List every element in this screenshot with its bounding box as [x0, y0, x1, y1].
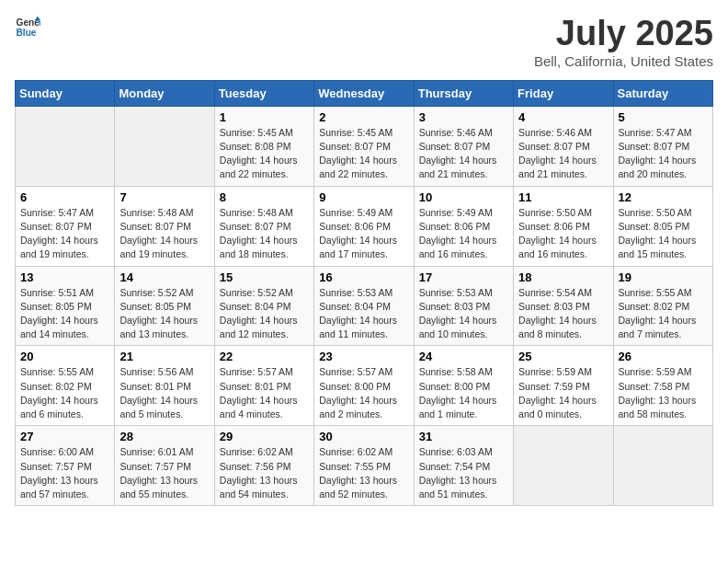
- day-number: 14: [119, 270, 209, 284]
- calendar-cell: 11Sunrise: 5:50 AM Sunset: 8:06 PM Dayli…: [514, 186, 613, 266]
- day-number: 31: [419, 430, 508, 443]
- day-info: Sunrise: 5:46 AM Sunset: 8:07 PM Dayligh…: [419, 126, 508, 182]
- day-number: 7: [119, 190, 209, 204]
- calendar-cell: 4Sunrise: 5:46 AM Sunset: 8:07 PM Daylig…: [514, 106, 613, 186]
- header-cell-saturday: Saturday: [613, 80, 712, 106]
- day-info: Sunrise: 5:50 AM Sunset: 8:05 PM Dayligh…: [619, 206, 708, 262]
- day-info: Sunrise: 5:54 AM Sunset: 8:03 PM Dayligh…: [518, 286, 608, 342]
- day-info: Sunrise: 5:51 AM Sunset: 8:05 PM Dayligh…: [20, 286, 109, 342]
- calendar-cell: 20Sunrise: 5:55 AM Sunset: 8:02 PM Dayli…: [16, 346, 115, 426]
- calendar-cell: 8Sunrise: 5:48 AM Sunset: 8:07 PM Daylig…: [214, 186, 313, 266]
- week-row-2: 6Sunrise: 5:47 AM Sunset: 8:07 PM Daylig…: [16, 186, 713, 266]
- calendar-cell: 17Sunrise: 5:53 AM Sunset: 8:03 PM Dayli…: [414, 266, 513, 346]
- day-info: Sunrise: 5:46 AM Sunset: 8:07 PM Dayligh…: [518, 126, 608, 182]
- day-info: Sunrise: 5:57 AM Sunset: 8:01 PM Dayligh…: [220, 365, 309, 421]
- calendar-cell: 5Sunrise: 5:47 AM Sunset: 8:07 PM Daylig…: [613, 106, 712, 186]
- day-number: 19: [619, 270, 708, 284]
- day-number: 12: [619, 190, 708, 204]
- day-info: Sunrise: 5:50 AM Sunset: 8:06 PM Dayligh…: [518, 206, 608, 262]
- calendar-cell: 29Sunrise: 6:02 AM Sunset: 7:56 PM Dayli…: [214, 426, 313, 506]
- day-info: Sunrise: 5:53 AM Sunset: 8:04 PM Dayligh…: [319, 286, 408, 342]
- day-info: Sunrise: 6:02 AM Sunset: 7:55 PM Dayligh…: [319, 445, 408, 501]
- calendar-cell: 21Sunrise: 5:56 AM Sunset: 8:01 PM Dayli…: [115, 346, 214, 426]
- calendar-cell: 14Sunrise: 5:52 AM Sunset: 8:05 PM Dayli…: [115, 266, 214, 346]
- calendar-cell: 30Sunrise: 6:02 AM Sunset: 7:55 PM Dayli…: [314, 426, 414, 506]
- day-number: 4: [518, 110, 608, 124]
- calendar-cell: 19Sunrise: 5:55 AM Sunset: 8:02 PM Dayli…: [613, 266, 712, 346]
- day-info: Sunrise: 5:48 AM Sunset: 8:07 PM Dayligh…: [119, 206, 209, 262]
- day-info: Sunrise: 5:49 AM Sunset: 8:06 PM Dayligh…: [419, 206, 508, 262]
- header-cell-sunday: Sunday: [16, 80, 115, 106]
- calendar-cell: 16Sunrise: 5:53 AM Sunset: 8:04 PM Dayli…: [314, 266, 414, 346]
- calendar-table: SundayMondayTuesdayWednesdayThursdayFrid…: [15, 80, 713, 506]
- day-number: 30: [319, 430, 408, 443]
- calendar-cell: 10Sunrise: 5:49 AM Sunset: 8:06 PM Dayli…: [414, 186, 513, 266]
- calendar-cell: 25Sunrise: 5:59 AM Sunset: 7:59 PM Dayli…: [514, 346, 613, 426]
- header-cell-tuesday: Tuesday: [214, 80, 313, 106]
- day-number: 11: [518, 190, 608, 204]
- day-info: Sunrise: 5:47 AM Sunset: 8:07 PM Dayligh…: [619, 126, 708, 182]
- day-info: Sunrise: 5:52 AM Sunset: 8:05 PM Dayligh…: [119, 286, 209, 342]
- day-number: 21: [119, 350, 209, 363]
- day-number: 22: [220, 350, 309, 363]
- calendar-cell: 12Sunrise: 5:50 AM Sunset: 8:05 PM Dayli…: [613, 186, 712, 266]
- day-number: 16: [319, 270, 408, 284]
- day-number: 28: [119, 430, 209, 443]
- header-cell-friday: Friday: [514, 80, 613, 106]
- calendar-cell: [115, 106, 214, 186]
- calendar-cell: [16, 106, 115, 186]
- header-cell-thursday: Thursday: [414, 80, 513, 106]
- day-info: Sunrise: 5:59 AM Sunset: 7:59 PM Dayligh…: [518, 365, 608, 421]
- day-info: Sunrise: 5:45 AM Sunset: 8:08 PM Dayligh…: [220, 126, 309, 182]
- calendar-cell: 18Sunrise: 5:54 AM Sunset: 8:03 PM Dayli…: [514, 266, 613, 346]
- calendar-cell: 23Sunrise: 5:57 AM Sunset: 8:00 PM Dayli…: [314, 346, 414, 426]
- day-number: 13: [20, 270, 109, 284]
- day-info: Sunrise: 5:56 AM Sunset: 8:01 PM Dayligh…: [119, 365, 209, 421]
- calendar-cell: 6Sunrise: 5:47 AM Sunset: 8:07 PM Daylig…: [16, 186, 115, 266]
- calendar-cell: 28Sunrise: 6:01 AM Sunset: 7:57 PM Dayli…: [115, 426, 214, 506]
- header-row: SundayMondayTuesdayWednesdayThursdayFrid…: [16, 80, 713, 106]
- day-number: 23: [319, 350, 408, 363]
- day-info: Sunrise: 5:47 AM Sunset: 8:07 PM Dayligh…: [20, 206, 109, 262]
- header-cell-wednesday: Wednesday: [314, 80, 414, 106]
- day-number: 20: [20, 350, 109, 363]
- calendar-cell: 24Sunrise: 5:58 AM Sunset: 8:00 PM Dayli…: [414, 346, 513, 426]
- calendar-cell: 1Sunrise: 5:45 AM Sunset: 8:08 PM Daylig…: [214, 106, 313, 186]
- calendar-cell: 13Sunrise: 5:51 AM Sunset: 8:05 PM Dayli…: [16, 266, 115, 346]
- day-info: Sunrise: 6:00 AM Sunset: 7:57 PM Dayligh…: [20, 445, 109, 501]
- calendar-cell: [514, 426, 613, 506]
- day-number: 6: [20, 190, 109, 204]
- day-number: 9: [319, 190, 408, 204]
- calendar-cell: 26Sunrise: 5:59 AM Sunset: 7:58 PM Dayli…: [613, 346, 712, 426]
- day-number: 29: [220, 430, 309, 443]
- day-number: 27: [20, 430, 109, 443]
- day-info: Sunrise: 5:53 AM Sunset: 8:03 PM Dayligh…: [419, 286, 508, 342]
- calendar-cell: 31Sunrise: 6:03 AM Sunset: 7:54 PM Dayli…: [414, 426, 513, 506]
- week-row-4: 20Sunrise: 5:55 AM Sunset: 8:02 PM Dayli…: [16, 346, 713, 426]
- day-info: Sunrise: 5:59 AM Sunset: 7:58 PM Dayligh…: [619, 365, 708, 421]
- day-info: Sunrise: 5:55 AM Sunset: 8:02 PM Dayligh…: [619, 286, 708, 342]
- calendar-cell: 15Sunrise: 5:52 AM Sunset: 8:04 PM Dayli…: [214, 266, 313, 346]
- week-row-1: 1Sunrise: 5:45 AM Sunset: 8:08 PM Daylig…: [16, 106, 713, 186]
- day-info: Sunrise: 6:01 AM Sunset: 7:57 PM Dayligh…: [119, 445, 209, 501]
- day-number: 18: [518, 270, 608, 284]
- day-number: 5: [619, 110, 708, 124]
- day-info: Sunrise: 6:02 AM Sunset: 7:56 PM Dayligh…: [220, 445, 309, 501]
- day-info: Sunrise: 5:49 AM Sunset: 8:06 PM Dayligh…: [319, 206, 408, 262]
- logo: General Blue: [15, 15, 40, 40]
- day-number: 3: [419, 110, 508, 124]
- day-number: 25: [518, 350, 608, 363]
- week-row-3: 13Sunrise: 5:51 AM Sunset: 8:05 PM Dayli…: [16, 266, 713, 346]
- day-number: 1: [220, 110, 309, 124]
- day-number: 24: [419, 350, 508, 363]
- calendar-body: 1Sunrise: 5:45 AM Sunset: 8:08 PM Daylig…: [16, 106, 713, 505]
- svg-text:Blue: Blue: [17, 28, 37, 38]
- page-header: General Blue July 2025 Bell, California,…: [15, 15, 713, 69]
- day-number: 2: [319, 110, 408, 124]
- day-number: 26: [619, 350, 708, 363]
- calendar-cell: 7Sunrise: 5:48 AM Sunset: 8:07 PM Daylig…: [115, 186, 214, 266]
- header-cell-monday: Monday: [115, 80, 214, 106]
- calendar-cell: 22Sunrise: 5:57 AM Sunset: 8:01 PM Dayli…: [214, 346, 313, 426]
- calendar-cell: [613, 426, 712, 506]
- day-info: Sunrise: 5:58 AM Sunset: 8:00 PM Dayligh…: [419, 365, 508, 421]
